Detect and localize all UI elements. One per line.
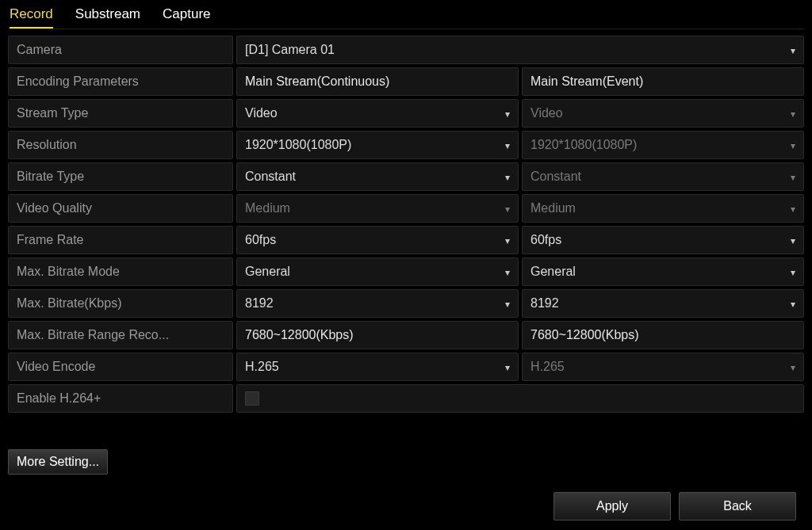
header-event-text: Main Stream(Event) xyxy=(530,74,643,89)
select-video-encode-continuous[interactable]: H.265 ▾ xyxy=(236,353,519,381)
value-video-quality-continuous: Medium xyxy=(245,201,290,215)
chevron-down-icon: ▾ xyxy=(791,109,795,120)
chevron-down-icon: ▾ xyxy=(791,362,795,373)
value-resolution-continuous: 1920*1080(1080P) xyxy=(245,138,351,152)
select-max-bitrate-kbps-event[interactable]: 8192 ▾ xyxy=(522,289,804,318)
chevron-down-icon: ▾ xyxy=(791,172,795,183)
value-max-bitrate-mode-continuous: General xyxy=(245,265,290,279)
select-frame-rate-continuous[interactable]: 60fps ▾ xyxy=(236,226,519,254)
select-stream-type-event[interactable]: Video ▾ xyxy=(522,99,804,128)
chevron-down-icon: ▾ xyxy=(791,140,795,151)
header-main-stream-event: Main Stream(Event) xyxy=(522,67,804,96)
back-button[interactable]: Back xyxy=(679,492,796,520)
value-resolution-event: 1920*1080(1080P) xyxy=(530,138,637,152)
value-video-encode-continuous: H.265 xyxy=(245,360,279,374)
select-bitrate-type-event[interactable]: Constant ▾ xyxy=(522,162,804,191)
more-setting-button[interactable]: More Setting... xyxy=(8,449,108,475)
label-camera: Camera xyxy=(8,36,233,64)
header-main-stream-continuous: Main Stream(Continuous) xyxy=(236,67,519,96)
chevron-down-icon: ▾ xyxy=(505,362,510,373)
select-camera[interactable]: [D1] Camera 01 ▾ xyxy=(236,36,804,64)
value-frame-rate-continuous: 60fps xyxy=(245,233,276,247)
label-max-bitrate-kbps: Max. Bitrate(Kbps) xyxy=(8,289,233,318)
label-video-encode: Video Encode xyxy=(8,353,233,381)
checkbox-enable-h264plus[interactable] xyxy=(245,391,259,406)
label-encoding-parameters: Encoding Parameters xyxy=(8,67,233,96)
select-resolution-event[interactable]: 1920*1080(1080P) ▾ xyxy=(522,131,804,159)
select-resolution-continuous[interactable]: 1920*1080(1080P) ▾ xyxy=(236,131,519,159)
select-stream-type-continuous[interactable]: Video ▾ xyxy=(236,99,519,128)
header-continuous-text: Main Stream(Continuous) xyxy=(245,74,389,89)
select-max-bitrate-mode-continuous[interactable]: General ▾ xyxy=(236,257,519,286)
chevron-down-icon: ▾ xyxy=(505,204,510,215)
chevron-down-icon: ▾ xyxy=(505,267,510,278)
form-area: Camera [D1] Camera 01 ▾ Encoding Paramet… xyxy=(8,36,804,475)
label-enable-h264plus: Enable H.264+ xyxy=(8,384,233,413)
value-video-encode-event: H.265 xyxy=(530,360,565,374)
label-bitrate-type: Bitrate Type xyxy=(8,162,233,191)
label-frame-rate: Frame Rate xyxy=(8,226,233,254)
tab-record[interactable]: Record xyxy=(10,3,53,29)
value-bitrate-type-continuous: Constant xyxy=(245,170,296,184)
select-video-quality-continuous[interactable]: Medium ▾ xyxy=(236,194,519,223)
chevron-down-icon: ▾ xyxy=(505,172,510,183)
chevron-down-icon: ▾ xyxy=(505,109,510,120)
label-max-bitrate-range: Max. Bitrate Range Reco... xyxy=(8,321,233,349)
value-max-bitrate-range-event-cell: 7680~12800(Kbps) xyxy=(522,321,804,349)
select-bitrate-type-continuous[interactable]: Constant ▾ xyxy=(236,162,519,191)
value-stream-type-event: Video xyxy=(530,106,563,120)
value-max-bitrate-range-continuous: 7680~12800(Kbps) xyxy=(245,328,354,342)
select-video-encode-event[interactable]: H.265 ▾ xyxy=(522,353,804,381)
value-max-bitrate-range-continuous-cell: 7680~12800(Kbps) xyxy=(236,321,519,349)
value-max-bitrate-mode-event: General xyxy=(530,265,576,279)
value-max-bitrate-kbps-continuous: 8192 xyxy=(245,296,274,311)
value-video-quality-event: Medium xyxy=(530,201,576,215)
select-camera-value: [D1] Camera 01 xyxy=(245,43,335,57)
chevron-down-icon: ▾ xyxy=(505,140,510,151)
tab-substream[interactable]: Substream xyxy=(75,3,140,29)
value-max-bitrate-kbps-event: 8192 xyxy=(530,296,559,311)
footer-buttons: Apply Back xyxy=(553,492,796,520)
chevron-down-icon: ▾ xyxy=(791,267,795,278)
label-video-quality: Video Quality xyxy=(8,194,233,223)
tab-capture[interactable]: Capture xyxy=(163,3,210,29)
label-max-bitrate-mode: Max. Bitrate Mode xyxy=(8,257,233,286)
checkbox-cell-enable-h264plus xyxy=(236,384,804,413)
chevron-down-icon: ▾ xyxy=(791,235,795,246)
select-max-bitrate-mode-event[interactable]: General ▾ xyxy=(522,257,804,286)
apply-button[interactable]: Apply xyxy=(553,492,671,520)
chevron-down-icon: ▾ xyxy=(791,204,795,215)
chevron-down-icon: ▾ xyxy=(505,299,510,310)
tab-bar: Record Substream Capture xyxy=(8,0,804,29)
chevron-down-icon: ▾ xyxy=(791,299,795,310)
value-max-bitrate-range-event: 7680~12800(Kbps) xyxy=(530,328,639,342)
label-stream-type: Stream Type xyxy=(8,99,233,128)
select-max-bitrate-kbps-continuous[interactable]: 8192 ▾ xyxy=(236,289,519,318)
chevron-down-icon: ▾ xyxy=(791,45,795,56)
value-bitrate-type-event: Constant xyxy=(530,170,581,184)
select-frame-rate-event[interactable]: 60fps ▾ xyxy=(522,226,804,254)
value-stream-type-continuous: Video xyxy=(245,106,278,120)
select-video-quality-event[interactable]: Medium ▾ xyxy=(522,194,804,223)
value-frame-rate-event: 60fps xyxy=(530,233,561,247)
label-resolution: Resolution xyxy=(8,131,233,159)
chevron-down-icon: ▾ xyxy=(505,235,510,246)
